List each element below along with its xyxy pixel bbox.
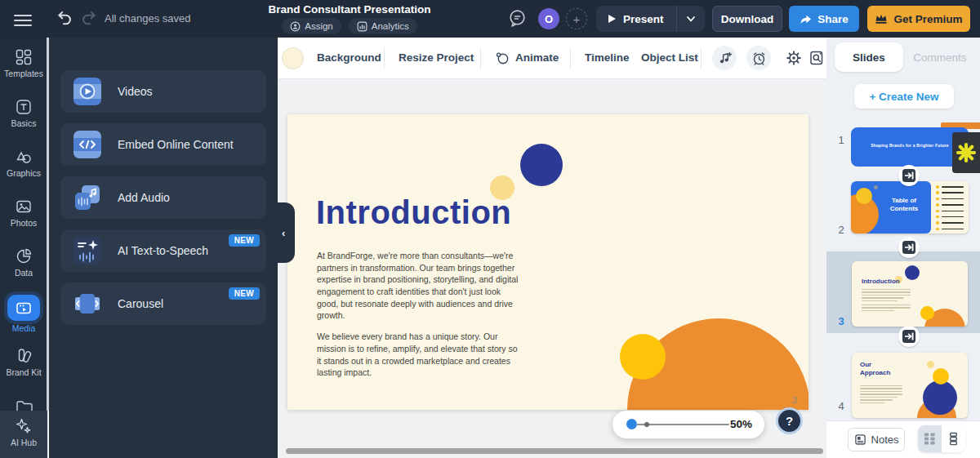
assign-person-icon <box>290 21 301 32</box>
zoom-slider-handle[interactable] <box>626 419 637 429</box>
navy-circle-shape[interactable] <box>520 144 563 186</box>
create-new-slide-button[interactable]: + Create New <box>854 84 954 109</box>
present-button[interactable]: Present <box>596 6 676 32</box>
grid-view-button[interactable] <box>918 425 942 452</box>
timeline-button[interactable]: Timeline <box>585 51 630 64</box>
collapse-panel-button[interactable]: ‹ <box>278 202 295 263</box>
slide-canvas[interactable]: Introduction At BrandForge, we're more t… <box>287 114 808 410</box>
present-options-button[interactable] <box>677 6 705 32</box>
get-premium-button[interactable]: Get Premium <box>867 6 970 32</box>
thumb1-title: Shaping Brands for a Brighter Future <box>851 143 969 148</box>
transition-button-1[interactable] <box>898 165 920 186</box>
sidebar-item-media[interactable]: Media <box>0 290 47 340</box>
photo-icon <box>15 198 33 216</box>
music-note-plus-icon <box>717 51 733 66</box>
analytics-button[interactable]: Analytics <box>349 18 417 34</box>
gear-icon <box>786 50 802 66</box>
sidebar-item-data[interactable]: Data <box>0 240 47 290</box>
hamburger-menu-icon[interactable] <box>14 11 32 29</box>
slide-thumbnail-2[interactable]: Table of Contents <box>851 181 969 233</box>
object-list-button[interactable]: Object List <box>641 51 698 64</box>
sidebar-item-ai-hub[interactable]: AI Hub <box>0 411 47 458</box>
thumb4-title-line1: Our <box>860 361 890 369</box>
media-panel: Videos Embed Online Content Add Audio AI… <box>49 38 278 458</box>
templates-icon <box>15 48 33 66</box>
transition-icon <box>902 169 915 182</box>
resize-project-button[interactable]: Resize Project <box>399 51 474 64</box>
ai-text-to-speech-card[interactable]: AI Text-to-Speech NEW <box>60 229 266 272</box>
alarm-clock-icon <box>751 51 767 66</box>
zoom-slider-track[interactable] <box>637 424 729 425</box>
shapes-icon <box>15 148 33 166</box>
slide-number-3: 3 <box>835 315 848 327</box>
slide-duration-button[interactable] <box>746 46 771 70</box>
zoom-value: 50% <box>730 418 752 430</box>
slide-body-text[interactable]: At BrandForge, we're more than consultan… <box>317 250 521 379</box>
yellow-asterisk-icon <box>956 142 977 163</box>
list-view-button[interactable] <box>942 425 965 452</box>
yellow-circle-shape[interactable] <box>620 334 666 380</box>
slide-thumbnail-3[interactable]: Introduction <box>852 261 968 327</box>
new-badge: NEW <box>229 234 260 247</box>
carousel-icon <box>74 290 101 318</box>
grid-view-icon <box>923 432 937 446</box>
add-collaborator-button[interactable]: + <box>566 8 587 29</box>
animate-button[interactable]: Animate <box>515 51 559 64</box>
project-title[interactable]: Brand Consultant Presentation <box>268 3 431 16</box>
redo-button[interactable] <box>80 9 98 27</box>
sidebar-item-brand-kit[interactable]: Brand Kit <box>0 340 47 389</box>
animate-icon[interactable] <box>495 51 510 66</box>
background-button[interactable]: Background <box>317 51 381 64</box>
carousel-card[interactable]: Carousel NEW <box>60 282 266 325</box>
undo-button[interactable] <box>56 9 74 27</box>
background-color-swatch[interactable] <box>282 47 304 69</box>
slides-panel-footer: Notes <box>826 420 980 458</box>
comments-button[interactable] <box>507 8 528 29</box>
chevron-left-icon: ‹ <box>282 227 285 239</box>
videos-card[interactable]: Videos <box>60 70 266 113</box>
settings-button[interactable] <box>786 50 802 66</box>
assign-button[interactable]: Assign <box>282 18 341 34</box>
save-status: All changes saved <box>105 12 191 24</box>
presentation-editor: All changes saved Brand Consultant Prese… <box>0 0 980 458</box>
download-button[interactable]: Download <box>712 6 782 32</box>
help-button[interactable]: ? <box>776 407 803 434</box>
slide-thumbnail-4[interactable]: Our Approach <box>852 353 968 418</box>
new-badge: NEW <box>229 287 260 300</box>
text-tool-icon <box>15 98 33 116</box>
sidebar-item-basics[interactable]: Basics <box>0 91 47 140</box>
tab-slides[interactable]: Slides <box>835 42 903 72</box>
embed-online-content-card[interactable]: Embed Online Content <box>60 123 266 166</box>
horizontal-scrollbar[interactable] <box>286 448 823 454</box>
present-button-group: Present <box>596 6 705 32</box>
audio-icon <box>74 184 101 211</box>
play-icon <box>608 15 616 23</box>
add-audio-card[interactable]: Add Audio <box>60 176 266 219</box>
transition-button-3[interactable] <box>898 326 920 347</box>
extension-widget[interactable] <box>952 132 980 173</box>
thumbnail-view-toggle <box>918 425 965 452</box>
sidebar-item-templates[interactable]: Templates <box>0 41 47 91</box>
left-sidebar: Templates Basics Graphics Photos Data Me… <box>0 38 47 458</box>
thumb2-title-line2: Contents <box>879 205 929 213</box>
notes-icon <box>854 434 866 446</box>
user-avatar[interactable]: O <box>538 8 559 29</box>
slide-number-1: 1 <box>835 134 848 146</box>
slide-number-4: 4 <box>835 400 848 412</box>
brand-kit-icon <box>15 347 33 365</box>
preview-search-button[interactable] <box>808 50 825 66</box>
sidebar-item-photos[interactable]: Photos <box>0 190 47 240</box>
sidebar-scrollbar[interactable] <box>47 38 49 411</box>
add-music-button[interactable] <box>712 46 737 70</box>
text-to-speech-icon <box>74 237 101 265</box>
transition-button-2[interactable] <box>898 237 920 258</box>
share-button[interactable]: Share <box>789 6 859 32</box>
notes-button[interactable]: Notes <box>848 428 905 451</box>
tab-comments[interactable]: Comments <box>905 42 975 72</box>
slide-thumbnail-1[interactable]: Shaping Brands for a Brighter Future <box>851 127 969 167</box>
slide-title[interactable]: Introduction <box>316 193 511 232</box>
zoom-default-marker <box>644 422 649 427</box>
zoom-control: 50% <box>612 411 764 438</box>
canvas-toolbar: Background Resize Project Animate Timeli… <box>278 38 826 79</box>
sidebar-item-graphics[interactable]: Graphics <box>0 140 47 190</box>
